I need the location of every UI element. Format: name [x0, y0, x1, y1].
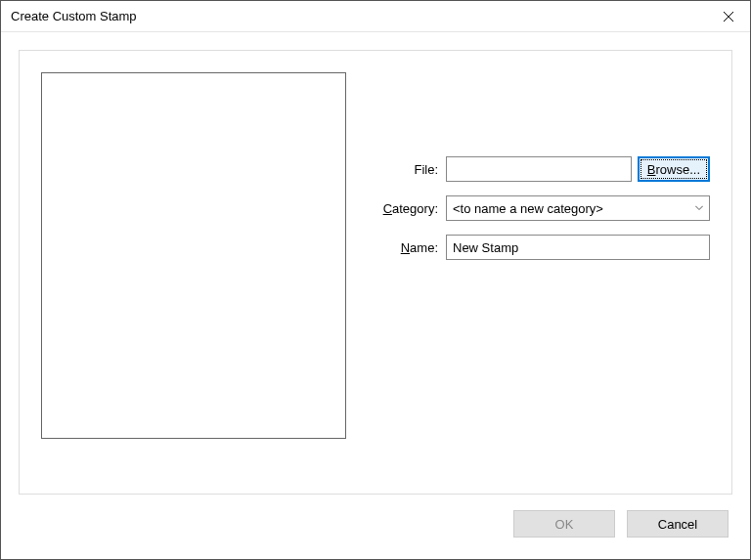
stamp-preview	[41, 72, 346, 439]
dialog-title: Create Custom Stamp	[11, 9, 137, 23]
category-label: Category:	[368, 201, 446, 216]
category-row: Category: <to name a new category>	[368, 195, 710, 221]
chevron-down-icon	[695, 206, 703, 211]
browse-button[interactable]: Browse...	[638, 156, 710, 182]
category-value: <to name a new category>	[453, 201, 603, 216]
cancel-button[interactable]: Cancel	[627, 510, 729, 538]
content-area: File: Browse... Category: <to name a new…	[1, 32, 750, 559]
browse-button-label: Browse...	[647, 162, 700, 177]
button-row: OK Cancel	[19, 495, 732, 547]
category-select[interactable]: <to name a new category>	[446, 195, 710, 221]
close-button[interactable]	[707, 1, 750, 32]
create-custom-stamp-dialog: Create Custom Stamp File: Browse... C	[0, 0, 751, 560]
titlebar: Create Custom Stamp	[1, 1, 750, 32]
file-input[interactable]	[446, 156, 632, 182]
file-row: File: Browse...	[368, 156, 710, 182]
name-row: Name:	[368, 235, 710, 260]
close-icon	[724, 12, 733, 22]
name-label: Name:	[368, 240, 446, 255]
file-label: File:	[368, 162, 446, 177]
name-input[interactable]	[446, 235, 710, 260]
ok-button[interactable]: OK	[513, 510, 615, 538]
form-area: File: Browse... Category: <to name a new…	[368, 72, 710, 472]
group-panel: File: Browse... Category: <to name a new…	[19, 50, 732, 495]
